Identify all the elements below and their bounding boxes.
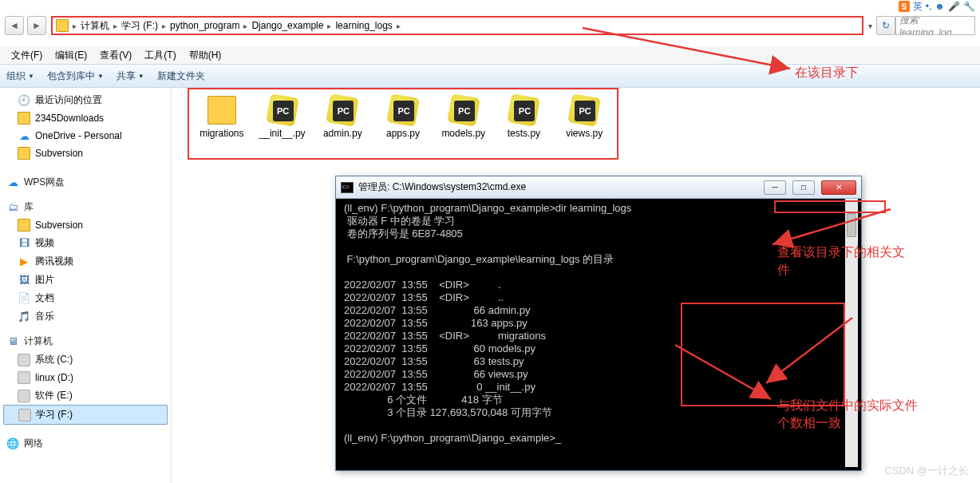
music-icon: 🎵 xyxy=(18,311,30,323)
toolbar-share[interactable]: 共享▼ xyxy=(117,69,144,83)
sidebar-lib-svn[interactable]: Subversion xyxy=(0,216,171,234)
drive-icon xyxy=(18,409,31,422)
ime-punct-icon[interactable]: •, xyxy=(926,1,932,12)
folder-icon xyxy=(56,19,69,32)
file-label: views.py xyxy=(566,128,603,139)
annotation-1: 在该目录下 xyxy=(795,64,859,81)
menu-view[interactable]: 查看(V) xyxy=(93,46,138,65)
cloud-icon: ☁ xyxy=(6,176,19,189)
sidebar-lib-qqvideo[interactable]: ▶腾讯视频 xyxy=(0,252,171,271)
sidebar-network[interactable]: 🌐网络 xyxy=(0,434,171,453)
chevron-down-icon: ▼ xyxy=(28,73,34,80)
drive-icon xyxy=(18,371,30,384)
breadcrumb-folder-2[interactable]: Django_example xyxy=(251,20,323,31)
cloud-icon: ☁ xyxy=(18,129,30,142)
watermark: CSDN @一计之长 xyxy=(884,464,969,478)
file-label: __init__.py xyxy=(259,128,306,139)
recent-icon: 🕘 xyxy=(18,94,30,107)
network-icon: 🌐 xyxy=(6,437,19,450)
cmd-titlebar[interactable]: 管理员: C:\Windows\system32\cmd.exe ─ □ ✕ xyxy=(336,176,861,199)
chevron-right-icon[interactable]: ▸ xyxy=(241,22,250,30)
document-icon: 📄 xyxy=(18,292,30,305)
file-item-views[interactable]: PC views.py xyxy=(556,96,612,139)
sidebar-lib-music[interactable]: 🎵音乐 xyxy=(0,307,171,326)
sidebar-computer[interactable]: 🖥计算机 xyxy=(0,332,171,350)
maximize-button[interactable]: □ xyxy=(792,180,815,195)
sidebar-drive-e[interactable]: 软件 (E:) xyxy=(0,386,171,405)
file-label: tests.py xyxy=(508,128,540,139)
sidebar-wps[interactable]: ☁WPS网盘 xyxy=(0,173,171,192)
sidebar-drive-d[interactable]: linux (D:) xyxy=(0,369,171,386)
folder-icon xyxy=(18,219,30,232)
sidebar-onedrive[interactable]: ☁OneDrive - Personal xyxy=(0,127,171,145)
sidebar-lib-documents[interactable]: 📄文档 xyxy=(0,289,171,307)
close-button[interactable]: ✕ xyxy=(821,180,856,195)
toolbar-newfolder[interactable]: 新建文件夹 xyxy=(157,69,205,83)
scrollbar-thumb[interactable] xyxy=(847,213,856,237)
minimize-button[interactable]: ─ xyxy=(764,180,786,195)
breadcrumb-computer[interactable]: 计算机 xyxy=(81,19,109,33)
qqvideo-icon: ▶ xyxy=(18,255,30,268)
menu-file[interactable]: 文件(F) xyxy=(5,46,49,65)
sidebar-recent[interactable]: 🕘最近访问的位置 xyxy=(0,91,171,109)
chevron-right-icon[interactable]: ▸ xyxy=(70,22,79,30)
folder-icon xyxy=(18,147,30,160)
chevron-right-icon[interactable]: ▸ xyxy=(111,22,120,30)
chevron-down-icon: ▼ xyxy=(97,73,104,80)
sidebar-drive-f[interactable]: 学习 (F:) xyxy=(3,405,168,425)
library-icon: 🗂 xyxy=(6,201,19,214)
picture-icon: 🖼 xyxy=(18,274,30,287)
video-icon: 🎞 xyxy=(18,237,30,250)
file-label: admin.py xyxy=(323,128,362,139)
sidebar-libraries[interactable]: 🗂库 xyxy=(0,198,171,216)
file-item-admin[interactable]: PC admin.py xyxy=(314,96,370,139)
annotation-3: 与我们文件中的实际文件 个数相一致 xyxy=(777,397,918,432)
address-row: ◄ ► ▸ 计算机 ▸ 学习 (F:) ▸ python_program ▸ D… xyxy=(0,14,980,38)
chevron-down-icon: ▼ xyxy=(138,73,144,80)
nav-forward-button[interactable]: ► xyxy=(27,16,46,35)
folder-icon xyxy=(18,112,30,125)
annotation-2: 查看该目录下的相关文 件 xyxy=(777,243,905,279)
ime-bar: S 英 •, ☻ 🎤 🔧 xyxy=(894,0,980,13)
cmd-title-text: 管理员: C:\Windows\system32\cmd.exe xyxy=(358,180,526,194)
toolbar-include[interactable]: 包含到库中▼ xyxy=(47,69,104,83)
file-label: migrations xyxy=(200,128,243,139)
menu-bar: 文件(F) 编辑(E) 查看(V) 工具(T) 帮助(H) xyxy=(0,46,980,64)
cmd-icon xyxy=(341,182,354,193)
address-bar[interactable]: ▸ 计算机 ▸ 学习 (F:) ▸ python_program ▸ Djang… xyxy=(51,16,863,35)
files-highlight-box: PC migrations PC __init__.py PC admin.py… xyxy=(188,88,618,160)
ime-face-icon[interactable]: ☻ xyxy=(935,1,945,12)
file-label: apps.py xyxy=(386,128,420,139)
toolbar-organize[interactable]: 组织▼ xyxy=(6,69,34,83)
sidebar-drive-c[interactable]: 系统 (C:) xyxy=(0,350,171,369)
breadcrumb-folder-1[interactable]: python_program xyxy=(170,20,239,31)
computer-icon: 🖥 xyxy=(6,335,19,348)
ime-tool-icon[interactable]: 🔧 xyxy=(963,1,975,12)
file-item-tests[interactable]: PC tests.py xyxy=(496,96,552,139)
drive-icon xyxy=(18,354,30,366)
refresh-button[interactable]: ↻ xyxy=(876,16,895,35)
chevron-right-icon[interactable]: ▸ xyxy=(325,22,334,30)
sidebar-downloads[interactable]: 2345Downloads xyxy=(0,109,171,127)
sidebar-lib-video[interactable]: 🎞视频 xyxy=(0,234,171,252)
breadcrumb-folder-3[interactable]: learning_logs xyxy=(335,20,392,31)
file-item-migrations[interactable]: PC migrations xyxy=(194,96,250,139)
sidebar-lib-pictures[interactable]: 🖼图片 xyxy=(0,271,171,289)
sidebar-subversion[interactable]: Subversion xyxy=(0,145,171,162)
nav-back-button[interactable]: ◄ xyxy=(5,16,24,35)
menu-tools[interactable]: 工具(T) xyxy=(138,46,182,65)
file-item-init[interactable]: PC __init__.py xyxy=(255,96,310,139)
menu-edit[interactable]: 编辑(E) xyxy=(49,46,93,65)
file-item-models[interactable]: PC models.py xyxy=(436,96,492,139)
ime-lang[interactable]: 英 xyxy=(913,0,923,14)
chevron-right-icon[interactable]: ▸ xyxy=(160,22,168,30)
file-label: models.py xyxy=(441,128,485,139)
search-input[interactable]: 搜索 learning_log xyxy=(895,16,975,35)
ime-mic-icon[interactable]: 🎤 xyxy=(948,1,960,12)
sidebar: 🕘最近访问的位置 2345Downloads ☁OneDrive - Perso… xyxy=(0,88,172,483)
chevron-right-icon[interactable]: ▸ xyxy=(394,22,403,30)
address-dropdown-icon[interactable]: ▾ xyxy=(866,22,875,30)
file-item-apps[interactable]: PC apps.py xyxy=(375,96,431,139)
menu-help[interactable]: 帮助(H) xyxy=(183,46,228,65)
breadcrumb-drive[interactable]: 学习 (F:) xyxy=(121,19,158,33)
